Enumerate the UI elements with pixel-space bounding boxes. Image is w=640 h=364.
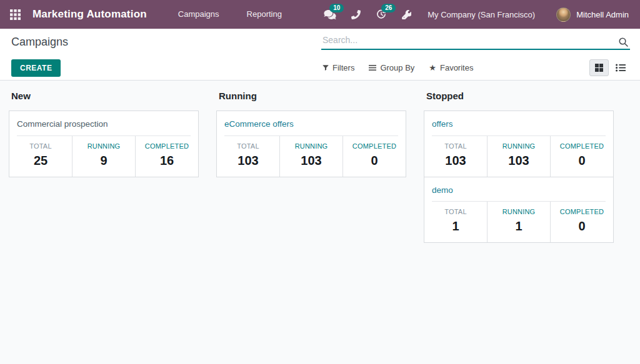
create-button[interactable]: CREATE [11,59,61,77]
group-by-label: Group By [380,63,414,72]
stat-running: RUNNING 103 [279,136,342,177]
kanban-column-cards: offers TOTAL 103 RUNNING 103 COMPLETED 0… [424,111,614,243]
stat-completed: COMPLETED 0 [550,202,613,242]
campaign-stats: TOTAL 103 RUNNING 103 COMPLETED 0 [424,136,613,177]
stat-total: TOTAL 103 [424,136,487,177]
stat-completed-label: COMPLETED [551,208,613,215]
kanban-view-button[interactable] [589,59,609,76]
campaign-card[interactable]: Commercial prospection TOTAL 25 RUNNING … [9,111,199,177]
stat-running: RUNNING 103 [487,136,550,177]
campaign-card-title[interactable]: eCommerce offers [217,111,406,135]
wrench-icon [402,10,411,19]
top-navbar: Marketing Automation Campaigns Reporting… [0,0,640,29]
search-options: Filters Group By ★ Favorites [322,55,473,80]
kanban-column-title: New [11,91,199,101]
star-icon: ★ [429,64,436,72]
stat-completed-value: 0 [551,219,613,234]
filters-label: Filters [332,63,354,72]
group-by-menu[interactable]: Group By [369,63,414,72]
stat-total-value: 103 [424,154,487,168]
kanban-column-title: Stopped [426,91,614,101]
stat-completed-label: COMPLETED [551,142,613,150]
kanban-column: Stopped offers TOTAL 103 RUNNING 103 COM… [424,89,614,243]
company-switcher[interactable]: My Company (San Francisco) [428,10,535,19]
kanban-column-cards: eCommerce offers TOTAL 103 RUNNING 103 C… [216,111,406,177]
stat-running-value: 103 [280,154,342,168]
kanban-column-cards: Commercial prospection TOTAL 25 RUNNING … [9,111,199,177]
user-name: Mitchell Admin [576,10,629,19]
stat-total-value: 25 [9,154,72,168]
stat-running-label: RUNNING [280,142,342,150]
filter-funnel-icon [322,64,329,71]
stat-running-label: RUNNING [488,142,550,150]
campaign-card-title[interactable]: offers [424,111,613,135]
list-view-button[interactable] [611,59,630,76]
apps-menu-button[interactable] [0,0,30,29]
favorites-menu[interactable]: ★ Favorites [429,63,473,72]
page-title: Campaigns [11,36,68,49]
campaign-card[interactable]: demo TOTAL 1 RUNNING 1 COMPLETED 0 [424,177,614,243]
stat-running: RUNNING 1 [487,202,550,242]
stat-total: TOTAL 103 [217,136,279,177]
activities-badge: 26 [381,4,396,12]
stat-running-value: 1 [488,219,550,234]
stat-completed-label: COMPLETED [136,142,198,150]
view-switcher [589,59,630,76]
control-panel-top: Campaigns [0,29,640,55]
stat-completed: COMPLETED 16 [135,136,198,177]
phone-icon [351,10,361,19]
stat-total: TOTAL 1 [424,202,487,242]
stat-running-value: 103 [488,154,550,168]
stat-completed: COMPLETED 0 [342,136,406,177]
stat-total-value: 1 [424,219,487,234]
kanban-column-title: Running [219,91,406,101]
campaign-card-title[interactable]: Commercial prospection [9,111,198,135]
avatar [556,7,571,22]
kanban-view-icon [595,64,604,72]
stat-running-value: 9 [72,154,135,168]
search-input[interactable] [321,32,630,50]
filters-menu[interactable]: Filters [322,63,354,72]
campaign-stats: TOTAL 103 RUNNING 103 COMPLETED 0 [217,136,406,177]
messages-button[interactable]: 10 [316,0,344,29]
campaign-card[interactable]: offers TOTAL 103 RUNNING 103 COMPLETED 0 [424,111,614,177]
list-view-icon [616,64,626,72]
stat-completed-value: 16 [136,154,198,168]
kanban-board: New Commercial prospection TOTAL 25 RUNN… [0,81,640,364]
magnifier-icon[interactable] [618,37,629,47]
control-panel-buttons: CREATE Filters Group By ★ Favorites [0,55,640,81]
user-menu[interactable]: Mitchell Admin [556,7,629,22]
stat-total-label: TOTAL [424,208,487,215]
campaign-stats: TOTAL 25 RUNNING 9 COMPLETED 16 [9,136,198,177]
activities-button[interactable]: 26 [368,0,394,29]
group-by-icon [369,64,376,71]
app-title[interactable]: Marketing Automation [32,8,147,21]
campaign-card[interactable]: eCommerce offers TOTAL 103 RUNNING 103 C… [216,111,406,177]
stat-total-label: TOTAL [9,142,72,150]
nav-item-reporting[interactable]: Reporting [233,0,296,29]
phone-button[interactable] [344,0,368,29]
stat-total-label: TOTAL [217,142,279,150]
systray: 10 26 [316,0,640,29]
stat-running: RUNNING 9 [72,136,135,177]
stat-total-label: TOTAL [424,142,487,150]
stat-completed: COMPLETED 0 [550,136,613,177]
grid-3x3-icon [10,9,21,20]
nav-item-campaigns[interactable]: Campaigns [164,0,233,29]
search-box [321,32,630,50]
tools-button[interactable] [394,0,419,29]
stat-completed-label: COMPLETED [343,142,406,150]
stat-running-label: RUNNING [488,208,550,215]
messages-badge: 10 [329,4,344,12]
stat-total: TOTAL 25 [9,136,72,177]
campaign-stats: TOTAL 1 RUNNING 1 COMPLETED 0 [424,202,613,242]
kanban-column: Running eCommerce offers TOTAL 103 RUNNI… [216,89,406,177]
campaign-card-title[interactable]: demo [424,177,613,202]
stat-completed-value: 0 [551,154,613,168]
kanban-column: New Commercial prospection TOTAL 25 RUNN… [9,89,199,177]
stat-running-label: RUNNING [72,142,135,150]
favorites-label: Favorites [440,63,473,72]
stat-completed-value: 0 [343,154,406,168]
stat-total-value: 103 [217,154,279,168]
